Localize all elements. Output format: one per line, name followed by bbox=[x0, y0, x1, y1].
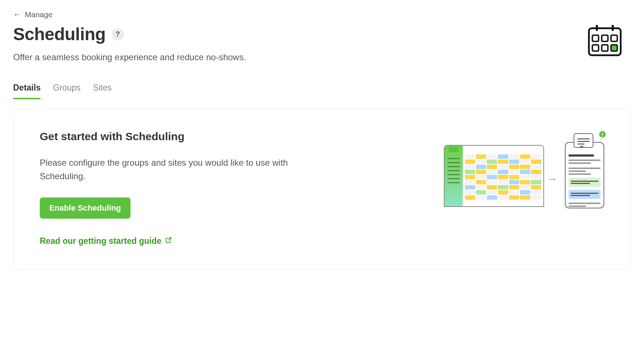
enable-scheduling-button[interactable]: Enable Scheduling bbox=[40, 197, 131, 219]
page-title: Scheduling bbox=[13, 24, 106, 44]
tab-groups[interactable]: Groups bbox=[53, 83, 80, 99]
get-started-card: Get started with Scheduling Please confi… bbox=[13, 109, 631, 270]
card-content: Get started with Scheduling Please confi… bbox=[40, 130, 324, 246]
guide-link-label: Read our getting started guide bbox=[40, 236, 162, 246]
header-left: Scheduling ? Offer a seamless booking ex… bbox=[13, 24, 246, 62]
alert-badge-icon: ! bbox=[598, 130, 606, 138]
scheduling-illustration: → ! bbox=[444, 145, 604, 209]
tab-details[interactable]: Details bbox=[13, 83, 40, 99]
phone-graphic: ! bbox=[565, 142, 604, 208]
svg-rect-2 bbox=[612, 25, 614, 31]
arrow-right-icon: → bbox=[547, 173, 558, 185]
calendar-icon bbox=[587, 24, 622, 57]
page-subtitle: Offer a seamless booking experience and … bbox=[13, 52, 246, 62]
getting-started-guide-link[interactable]: Read our getting started guide bbox=[40, 236, 172, 246]
breadcrumb-label: Manage bbox=[25, 10, 53, 19]
arrow-left-icon: ← bbox=[13, 11, 21, 19]
title-row: Scheduling ? bbox=[13, 24, 246, 44]
tab-sites[interactable]: Sites bbox=[93, 83, 112, 99]
svg-rect-1 bbox=[596, 25, 598, 31]
card-description: Please configure the groups and sites yo… bbox=[40, 156, 324, 183]
card-heading: Get started with Scheduling bbox=[40, 130, 324, 143]
tabs: Details Groups Sites bbox=[13, 83, 631, 99]
laptop-graphic bbox=[444, 145, 544, 207]
external-link-icon bbox=[165, 237, 172, 245]
svg-rect-8 bbox=[611, 45, 617, 51]
help-icon[interactable]: ? bbox=[112, 28, 124, 41]
page-header: Scheduling ? Offer a seamless booking ex… bbox=[13, 24, 631, 62]
speech-bubble-icon bbox=[574, 133, 593, 148]
breadcrumb-back[interactable]: ← Manage bbox=[13, 10, 53, 19]
